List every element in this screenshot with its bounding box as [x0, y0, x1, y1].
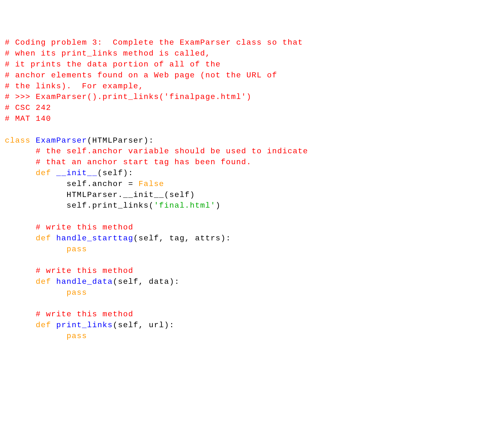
code-token-comment: # CSC 242 — [5, 103, 51, 112]
code-token-default — [5, 245, 66, 254]
code-token-defname: ExamParser — [36, 136, 87, 145]
code-token-keyword: class — [5, 136, 36, 145]
code-token-default: (self, url): — [113, 321, 174, 330]
code-token-default — [5, 321, 36, 330]
code-token-comment: # >>> ExamParser().print_links('finalpag… — [5, 92, 252, 101]
code-token-comment: # that an anchor start tag has been foun… — [36, 158, 252, 167]
code-token-keyword: False — [139, 179, 164, 189]
code-token-default — [5, 277, 36, 286]
code-token-keyword: def — [36, 321, 56, 330]
code-token-defname: __init__ — [56, 169, 97, 177]
code-token-comment: # anchor elements found on a Web page (n… — [5, 71, 277, 80]
code-token-comment: # when its print_links method is called, — [5, 49, 210, 58]
code-token-comment: # the links). For example, — [5, 82, 143, 91]
code-token-string: 'final.html' — [154, 201, 216, 210]
code-token-default — [5, 288, 66, 297]
code-token-default: (self): — [97, 169, 133, 177]
code-token-keyword: def — [36, 234, 56, 243]
code-token-default — [5, 266, 36, 275]
code-token-keyword: def — [36, 169, 56, 177]
code-token-comment: # the self.anchor variable should be use… — [36, 147, 308, 156]
code-token-comment: # write this method — [36, 310, 133, 319]
code-token-default: (self, data): — [113, 277, 180, 286]
code-token-comment: # write this method — [36, 223, 133, 232]
code-token-default: ) — [216, 201, 221, 210]
code-token-keyword: def — [36, 277, 56, 286]
code-token-default — [5, 147, 36, 156]
code-token-default — [5, 310, 36, 319]
code-token-default — [5, 158, 36, 167]
code-token-default — [5, 223, 36, 232]
code-token-comment: # write this method — [36, 266, 133, 275]
code-token-keyword: pass — [66, 288, 87, 297]
code-token-keyword: pass — [66, 332, 87, 340]
code-token-default — [5, 332, 66, 340]
code-token-default — [5, 169, 36, 177]
code-token-default: (HTMLParser): — [87, 136, 154, 145]
code-token-default: self.anchor = — [5, 179, 139, 189]
code-token-keyword: pass — [66, 245, 87, 254]
code-token-defname: print_links — [56, 321, 113, 330]
code-token-defname: handle_data — [56, 277, 113, 286]
code-token-default: (self, tag, attrs): — [133, 234, 231, 243]
code-token-default: HTMLParser.__init__(self) — [5, 191, 195, 199]
code-token-default — [5, 234, 36, 243]
code-token-default: self.print_links( — [5, 201, 154, 210]
code-token-comment: # Coding problem 3: Complete the ExamPar… — [5, 38, 303, 47]
code-token-comment: # MAT 140 — [5, 114, 51, 123]
code-token-comment: # it prints the data portion of all of t… — [5, 60, 221, 69]
code-block: # Coding problem 3: Complete the ExamPar… — [5, 37, 491, 341]
code-token-defname: handle_starttag — [56, 234, 133, 243]
